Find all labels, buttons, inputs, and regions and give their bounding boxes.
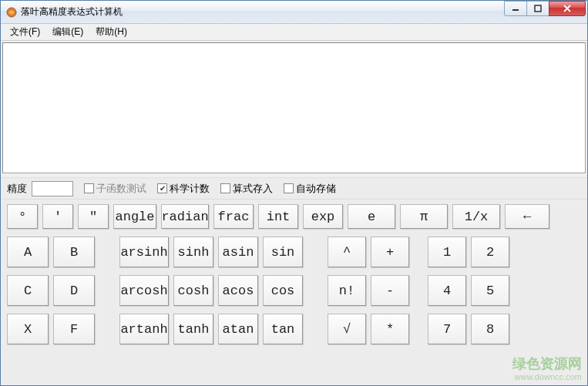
btn-pi[interactable]: π	[400, 204, 448, 229]
btn-factorial[interactable]: n!	[328, 275, 366, 306]
checkbox-icon: ✔	[157, 183, 167, 193]
minimize-button[interactable]	[504, 1, 527, 16]
svg-rect-2	[535, 5, 541, 12]
subfn-test-checkbox: 子函数测试	[84, 182, 146, 196]
btn-hex-b[interactable]: B	[53, 237, 95, 267]
btn-acos[interactable]: acos	[218, 275, 258, 306]
keypad-row-3: X F artanh tanh atan tan √ * 7 8	[7, 314, 581, 344]
maximize-button[interactable]	[526, 1, 549, 16]
precision-input[interactable]	[32, 181, 73, 196]
expression-area-wrap	[1, 41, 587, 177]
sci-notation-checkbox[interactable]: ✔ 科学计数	[157, 182, 210, 196]
checkbox-icon	[284, 183, 294, 193]
btn-inverse[interactable]: 1/x	[452, 204, 500, 229]
btn-power[interactable]: ^	[328, 237, 366, 267]
btn-tan[interactable]: tan	[263, 314, 303, 344]
sci-notation-label: 科学计数	[170, 182, 210, 196]
spacer	[414, 314, 423, 344]
btn-hex-x[interactable]: X	[7, 314, 49, 344]
btn-hex-a[interactable]: A	[7, 237, 49, 267]
btn-tanh[interactable]: tanh	[173, 314, 213, 344]
menu-edit[interactable]: 编辑(E)	[46, 24, 89, 40]
btn-asin[interactable]: asin	[218, 237, 258, 267]
precision-label: 精度	[7, 182, 27, 196]
btn-minute[interactable]: ′	[42, 204, 73, 229]
btn-7[interactable]: 7	[428, 314, 466, 344]
btn-5[interactable]: 5	[471, 275, 509, 306]
btn-degree[interactable]: °	[7, 204, 38, 229]
btn-cos[interactable]: cos	[263, 275, 303, 306]
spacer	[99, 237, 115, 267]
btn-sqrt[interactable]: √	[328, 314, 366, 344]
btn-artanh[interactable]: artanh	[119, 314, 169, 344]
save-expr-label: 算式存入	[233, 182, 273, 196]
auto-save-checkbox[interactable]: 自动存储	[284, 182, 336, 196]
window-title: 落叶高精度表达式计算机	[21, 5, 505, 18]
titlebar: 落叶高精度表达式计算机	[1, 1, 587, 24]
app-icon	[5, 6, 18, 18]
spacer	[99, 314, 115, 344]
window-controls	[505, 1, 586, 16]
btn-arsinh[interactable]: arsinh	[119, 237, 169, 267]
keypad: ° ′ ″ angle radian frac int exp e π 1/x …	[1, 199, 587, 385]
btn-arcosh[interactable]: arcosh	[119, 275, 169, 306]
options-row: 精度 子函数测试 ✔ 科学计数 算式存入 自动存储	[1, 177, 587, 199]
btn-4[interactable]: 4	[428, 275, 466, 306]
btn-atan[interactable]: atan	[218, 314, 258, 344]
btn-cosh[interactable]: cosh	[173, 275, 213, 306]
btn-second[interactable]: ″	[78, 204, 109, 229]
menu-help[interactable]: 帮助(H)	[89, 24, 133, 40]
spacer	[414, 275, 423, 306]
keypad-row-top: ° ′ ″ angle radian frac int exp e π 1/x …	[7, 204, 581, 229]
btn-hex-f[interactable]: F	[53, 314, 95, 344]
btn-hex-c[interactable]: C	[7, 275, 49, 306]
btn-multiply[interactable]: *	[371, 314, 409, 344]
btn-exp[interactable]: exp	[303, 204, 343, 229]
btn-int[interactable]: int	[258, 204, 298, 229]
auto-save-label: 自动存储	[296, 182, 336, 196]
spacer	[414, 237, 423, 267]
spacer	[307, 275, 323, 306]
btn-frac[interactable]: frac	[213, 204, 254, 229]
svg-rect-1	[512, 9, 519, 11]
btn-minus[interactable]: -	[371, 275, 409, 306]
app-window: 落叶高精度表达式计算机 文件(F) 编辑(E) 帮助(H) 精度 子函数测试 ✔	[0, 0, 588, 386]
spacer	[99, 275, 115, 306]
checkbox-icon	[84, 183, 94, 193]
btn-e[interactable]: e	[348, 204, 395, 229]
keypad-row-1: A B arsinh sinh asin sin ^ + 1 2	[7, 237, 581, 267]
save-expr-checkbox[interactable]: 算式存入	[220, 182, 273, 196]
btn-radian[interactable]: radian	[161, 204, 209, 229]
expression-input[interactable]	[2, 42, 586, 173]
btn-backspace[interactable]: ←	[505, 204, 549, 229]
btn-hex-d[interactable]: D	[53, 275, 95, 306]
spacer	[307, 314, 323, 344]
btn-2[interactable]: 2	[471, 237, 509, 267]
menu-file[interactable]: 文件(F)	[4, 24, 46, 40]
subfn-test-label: 子函数测试	[96, 182, 146, 196]
btn-plus[interactable]: +	[371, 237, 409, 267]
btn-1[interactable]: 1	[428, 237, 466, 267]
close-button[interactable]	[549, 1, 586, 16]
btn-sin[interactable]: sin	[263, 237, 303, 267]
btn-angle[interactable]: angle	[113, 204, 156, 229]
menubar: 文件(F) 编辑(E) 帮助(H)	[1, 24, 587, 41]
btn-sinh[interactable]: sinh	[173, 237, 213, 267]
spacer	[307, 237, 323, 267]
btn-8[interactable]: 8	[471, 314, 509, 344]
checkbox-icon	[220, 183, 230, 193]
keypad-row-2: C D arcosh cosh acos cos n! - 4 5	[7, 275, 581, 306]
